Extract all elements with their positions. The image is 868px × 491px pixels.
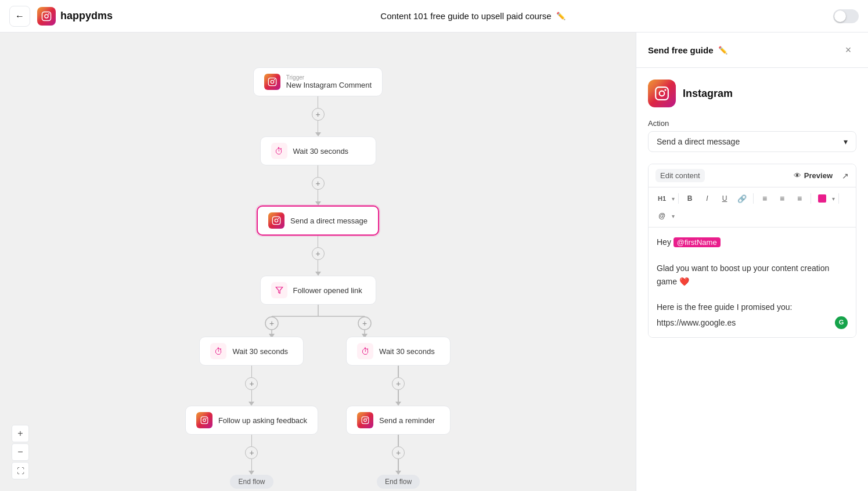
clock-icon: ⏱ bbox=[271, 143, 287, 159]
mention-button[interactable]: @ bbox=[654, 208, 669, 223]
svg-point-23 bbox=[206, 418, 207, 419]
svg-point-29 bbox=[664, 89, 666, 91]
svg-point-22 bbox=[203, 419, 206, 422]
back-icon: ← bbox=[15, 11, 24, 21]
connector-1: + bbox=[312, 96, 325, 136]
clock-icon: ⏱ bbox=[357, 343, 373, 359]
svg-marker-9 bbox=[276, 287, 283, 294]
instagram-icon bbox=[357, 412, 373, 428]
zoom-out-button[interactable]: − bbox=[12, 443, 29, 461]
svg-rect-24 bbox=[362, 417, 369, 424]
link-button[interactable]: 🔗 bbox=[734, 191, 750, 206]
svg-point-5 bbox=[273, 79, 275, 80]
line bbox=[318, 121, 319, 132]
panel-body: Instagram Action Send a direct message ▾… bbox=[636, 68, 868, 491]
reminder-node[interactable]: Send a reminder bbox=[346, 406, 451, 435]
arrow bbox=[395, 402, 401, 406]
add-button-right-end[interactable]: + bbox=[392, 446, 405, 459]
firstname-tag[interactable]: @firstName bbox=[673, 237, 721, 247]
svg-text:+: + bbox=[269, 319, 273, 328]
align-right-button[interactable]: ≡ bbox=[792, 191, 807, 206]
svg-point-4 bbox=[271, 80, 273, 83]
edit-panel-title-icon[interactable]: ✏️ bbox=[718, 46, 727, 55]
branch-container: + + ⏱ Wait 30 seconds bbox=[115, 305, 521, 489]
editor-toolbar: Edit content 👁 Preview ↗ bbox=[649, 164, 856, 187]
content-url: https://www.google.es bbox=[657, 316, 736, 329]
add-button-2[interactable]: + bbox=[312, 177, 325, 190]
align-center-button[interactable]: ≡ bbox=[775, 191, 790, 206]
connector-left: + bbox=[245, 366, 258, 406]
chevron-color-icon: ▾ bbox=[832, 196, 835, 202]
line bbox=[398, 435, 399, 446]
left-branch: ⏱ Wait 30 seconds + bbox=[185, 337, 318, 489]
action-select[interactable]: Send a direct message ▾ bbox=[648, 131, 856, 152]
wait-right-node[interactable]: ⏱ Wait 30 seconds bbox=[346, 337, 451, 366]
panel-close-button[interactable]: × bbox=[840, 42, 856, 58]
svg-point-2 bbox=[48, 13, 49, 14]
logo: happydms bbox=[37, 7, 113, 26]
trigger-text-container: Trigger New Instagram Comment bbox=[286, 74, 372, 89]
action-label: Action bbox=[648, 119, 856, 128]
preview-tab[interactable]: 👁 Preview bbox=[789, 169, 837, 182]
editor-panel: Edit content 👁 Preview ↗ H1 ▾ B bbox=[648, 164, 856, 338]
trigger-node[interactable]: Trigger New Instagram Comment bbox=[253, 67, 383, 96]
svg-point-1 bbox=[45, 15, 48, 18]
line bbox=[318, 190, 319, 201]
line bbox=[251, 435, 253, 446]
flow-container: Trigger New Instagram Comment + ⏱ Wait 3… bbox=[115, 67, 521, 489]
send-dm-node[interactable]: Send a direct message bbox=[257, 205, 379, 236]
active-toggle[interactable] bbox=[833, 9, 859, 23]
add-button-right[interactable]: + bbox=[392, 377, 405, 390]
add-button-left-end[interactable]: + bbox=[245, 446, 258, 459]
svg-point-28 bbox=[660, 91, 665, 96]
separator bbox=[811, 193, 811, 204]
bold-button[interactable]: B bbox=[682, 191, 697, 206]
arrow bbox=[395, 471, 401, 475]
editor-content[interactable]: Hey @firstName Glad you want to boost up… bbox=[649, 228, 856, 337]
grammarly-icon: G bbox=[835, 316, 848, 329]
logo-icon bbox=[37, 7, 56, 26]
url-row: https://www.google.es G bbox=[657, 316, 848, 329]
line bbox=[318, 236, 319, 247]
instagram-service-row: Instagram bbox=[648, 80, 856, 107]
expand-button[interactable]: ⛶ bbox=[12, 462, 29, 479]
wait-left-node[interactable]: ⏱ Wait 30 seconds bbox=[199, 337, 304, 366]
edit-title-icon[interactable]: ✏️ bbox=[556, 12, 566, 20]
underline-button[interactable]: U bbox=[717, 191, 732, 206]
arrow bbox=[315, 201, 321, 205]
panel-header: Send free guide ✏️ × bbox=[636, 33, 868, 68]
connector-left-end: + bbox=[245, 435, 258, 475]
panel-title: Send free guide ✏️ bbox=[648, 45, 727, 55]
back-button[interactable]: ← bbox=[9, 6, 30, 27]
edit-content-tab[interactable]: Edit content bbox=[655, 169, 705, 182]
line bbox=[318, 165, 319, 177]
zoom-in-button[interactable]: + bbox=[12, 425, 29, 442]
arrow bbox=[315, 272, 321, 276]
svg-point-25 bbox=[364, 419, 367, 422]
svg-rect-27 bbox=[655, 87, 668, 100]
color-button[interactable] bbox=[815, 191, 830, 206]
svg-rect-6 bbox=[272, 216, 280, 224]
arrow bbox=[248, 471, 254, 475]
editor-actions: 👁 Preview ↗ bbox=[789, 169, 849, 182]
followup-node[interactable]: Follow up asking feedback bbox=[185, 406, 318, 435]
zoom-controls: + − ⛶ bbox=[12, 425, 29, 479]
align-left-button[interactable]: ≡ bbox=[757, 191, 772, 206]
chevron-h1-icon: ▾ bbox=[672, 196, 675, 202]
svg-rect-3 bbox=[268, 78, 276, 85]
heading-button[interactable]: H1 bbox=[654, 191, 669, 206]
right-branch: ⏱ Wait 30 seconds + bbox=[346, 337, 451, 489]
add-button-left[interactable]: + bbox=[245, 377, 258, 390]
external-link-icon[interactable]: ↗ bbox=[842, 171, 849, 180]
add-button-1[interactable]: + bbox=[312, 108, 325, 121]
line bbox=[251, 390, 253, 402]
instagram-icon bbox=[264, 74, 280, 90]
follower-node[interactable]: Follower opened link bbox=[260, 276, 376, 305]
wait-node-1[interactable]: ⏱ Wait 30 seconds bbox=[260, 136, 376, 165]
svg-point-8 bbox=[278, 218, 279, 219]
instagram-icon bbox=[196, 412, 213, 428]
format-bar: H1 ▾ B I U 🔗 ≡ ≡ ≡ ▾ bbox=[649, 187, 856, 228]
italic-button[interactable]: I bbox=[700, 191, 715, 206]
add-button-3[interactable]: + bbox=[312, 247, 325, 260]
connector-2: + bbox=[312, 165, 325, 205]
